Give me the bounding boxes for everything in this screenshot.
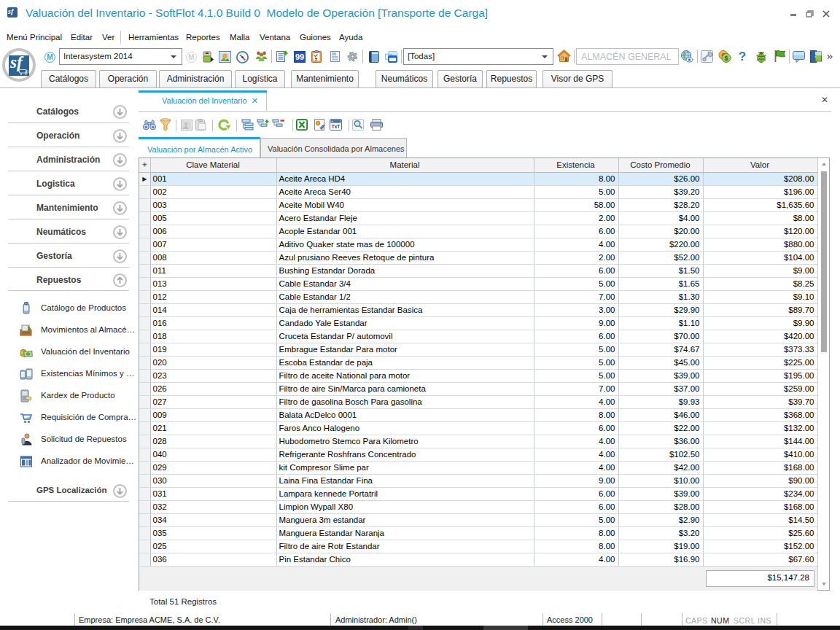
svg-text:99: 99 <box>295 52 304 61</box>
svg-text:$: $ <box>724 55 728 62</box>
svg-text:?: ? <box>739 50 746 63</box>
svg-text:TxT: TxT <box>332 124 341 129</box>
